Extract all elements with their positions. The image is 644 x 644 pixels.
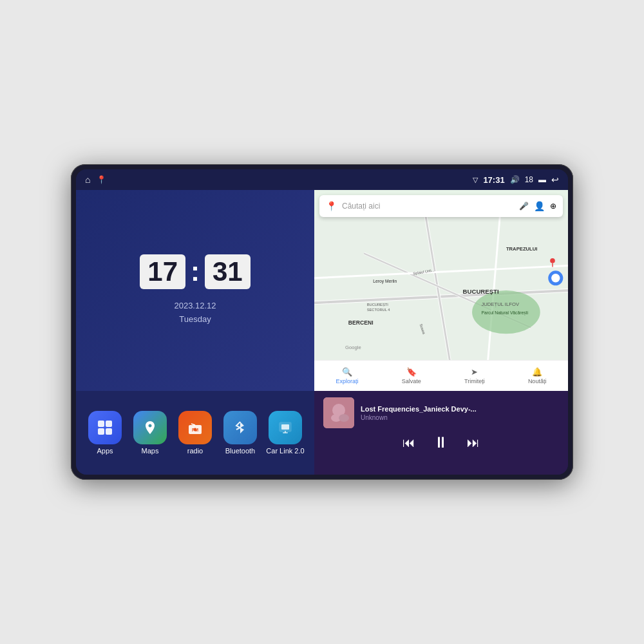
map-nav-send[interactable]: ➤ Trimiteți <box>464 367 485 384</box>
app-label-bluetooth: Bluetooth <box>225 447 255 455</box>
map-section[interactable]: Parcul Natural Văcărești Leroy Merlin BE… <box>314 190 568 391</box>
send-icon: ➤ <box>471 367 478 377</box>
music-artist: Unknown <box>361 414 559 421</box>
map-nav-news[interactable]: 🔔 Noutăți <box>528 367 547 384</box>
battery-icon: ▬ <box>538 175 546 184</box>
music-prev-button[interactable]: ⏮ <box>402 436 415 449</box>
apps-section: Apps Maps <box>76 391 314 475</box>
app-label-maps: Maps <box>142 447 159 455</box>
clock-date: 2023.12.12 Tuesday <box>174 299 216 327</box>
svg-rect-3 <box>106 428 112 435</box>
home-icon[interactable]: ⌂ <box>85 175 90 185</box>
car-display-device: ⌂ 📍 ▽ 17:31 🔊 18 ▬ ↩ 17 <box>71 164 573 480</box>
bluetooth-icon <box>223 411 257 444</box>
map-search-placeholder: Căutați aici <box>342 202 514 211</box>
svg-text:Google: Google <box>345 345 361 350</box>
back-icon[interactable]: ↩ <box>551 175 559 185</box>
signal-icon: ▽ <box>473 176 478 184</box>
svg-point-40 <box>339 414 349 422</box>
send-label: Trimiteți <box>464 378 485 384</box>
saved-label: Salvate <box>402 378 421 384</box>
svg-point-34 <box>551 274 560 282</box>
maps-account-icon[interactable]: 👤 <box>534 201 545 211</box>
main-content: 17 : 31 2023.12.12 Tuesday <box>76 190 568 475</box>
music-track-info: Lost Frequencies_Janieck Devy-... Unknow… <box>361 405 559 421</box>
right-panel: Parcul Natural Văcărești Leroy Merlin BE… <box>314 190 568 475</box>
svg-point-35 <box>550 258 555 263</box>
app-item-apps[interactable]: Apps <box>86 411 124 455</box>
svg-rect-11 <box>285 431 286 433</box>
clock-section: 17 : 31 2023.12.12 Tuesday <box>76 190 314 391</box>
explore-icon: 🔍 <box>342 367 352 377</box>
explore-label: Explorați <box>336 378 359 384</box>
saved-icon: 🔖 <box>406 367 417 377</box>
music-album-art <box>323 397 354 428</box>
carlink-icon <box>269 411 302 444</box>
news-label: Noutăți <box>528 378 547 384</box>
clock-hours-block: 17 <box>140 254 185 289</box>
svg-rect-0 <box>98 421 104 427</box>
left-panel: 17 : 31 2023.12.12 Tuesday <box>76 190 314 475</box>
maps-search-icon: 📍 <box>326 201 337 211</box>
app-label-apps: Apps <box>97 447 113 455</box>
svg-rect-1 <box>106 421 112 427</box>
clock-date-value: 2023.12.12 <box>174 299 216 313</box>
clock-hours: 17 <box>147 256 178 287</box>
music-info-row: Lost Frequencies_Janieck Devy-... Unknow… <box>323 397 559 428</box>
map-nav-bottom: 🔍 Explorați 🔖 Salvate ➤ Trimiteți 🔔 <box>314 360 568 391</box>
clock-display: 17 : 31 <box>140 254 250 289</box>
music-controls: ⏮ ⏸ ⏭ <box>323 435 559 450</box>
svg-rect-9 <box>281 424 289 430</box>
svg-text:SECTORUL 4: SECTORUL 4 <box>367 308 391 312</box>
music-next-button[interactable]: ⏭ <box>467 436 480 449</box>
svg-text:BUCUREȘTI: BUCUREȘTI <box>463 288 499 295</box>
svg-rect-2 <box>98 428 104 435</box>
clock-colon: : <box>191 258 200 285</box>
status-time: 17:31 <box>483 175 504 185</box>
clock-minutes: 31 <box>213 256 243 287</box>
map-search-bar[interactable]: 📍 Căutați aici 🎤 👤 ⊕ <box>319 195 563 217</box>
app-label-radio: radio <box>187 447 203 455</box>
app-item-carlink[interactable]: Car Link 2.0 <box>266 411 305 455</box>
svg-text:Leroy Merlin: Leroy Merlin <box>373 279 397 284</box>
volume-icon: 🔊 <box>510 175 520 184</box>
news-icon: 🔔 <box>532 367 542 377</box>
maps-mic-icon[interactable]: 🎤 <box>519 202 529 211</box>
map-nav-saved[interactable]: 🔖 Salvate <box>402 367 421 384</box>
maps-layers-icon[interactable]: ⊕ <box>550 202 556 211</box>
music-play-button[interactable]: ⏸ <box>433 435 449 450</box>
status-left-icons: ⌂ 📍 <box>85 175 106 185</box>
clock-minutes-block: 31 <box>205 254 251 289</box>
svg-text:TRAPEZULUI: TRAPEZULUI <box>506 246 538 252</box>
music-section: Lost Frequencies_Janieck Devy-... Unknow… <box>314 391 568 475</box>
clock-day-value: Tuesday <box>174 313 216 327</box>
maps-pin-icon[interactable]: 📍 <box>97 175 106 184</box>
status-right: ▽ 17:31 🔊 18 ▬ ↩ <box>473 175 559 185</box>
music-title: Lost Frequencies_Janieck Devy-... <box>361 405 559 413</box>
svg-text:BUCUREȘTI: BUCUREȘTI <box>367 303 389 307</box>
svg-point-6 <box>194 428 197 431</box>
svg-line-7 <box>191 424 195 425</box>
app-item-radio[interactable]: FM radio <box>176 411 214 455</box>
apps-icon <box>88 411 122 444</box>
svg-text:JUDEȚUL ILFOV: JUDEȚUL ILFOV <box>481 301 519 307</box>
maps-icon <box>133 411 167 444</box>
battery-level: 18 <box>525 175 533 184</box>
svg-text:BERCENI: BERCENI <box>348 319 374 326</box>
app-item-maps[interactable]: Maps <box>131 411 169 455</box>
map-nav-explore[interactable]: 🔍 Explorați <box>336 367 359 384</box>
app-label-carlink: Car Link 2.0 <box>266 447 304 455</box>
app-item-bluetooth[interactable]: Bluetooth <box>221 411 260 455</box>
status-bar: ⌂ 📍 ▽ 17:31 🔊 18 ▬ ↩ <box>76 169 568 190</box>
radio-icon: FM <box>178 411 212 444</box>
device-screen: ⌂ 📍 ▽ 17:31 🔊 18 ▬ ↩ 17 <box>76 169 568 475</box>
svg-text:Parcul Natural Văcărești: Parcul Natural Văcărești <box>481 310 528 316</box>
